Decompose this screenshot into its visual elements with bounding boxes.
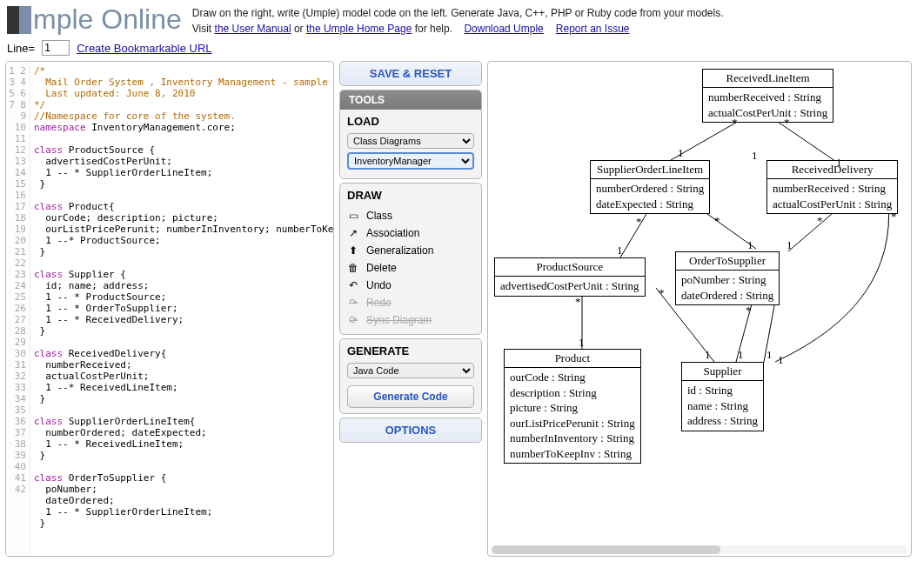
line-label: Line= [7, 42, 35, 55]
line-input[interactable] [42, 40, 70, 56]
link-bookmark[interactable]: Create Bookmarkable URL [77, 42, 211, 55]
svg-line-2 [620, 214, 646, 257]
tagline: Draw on the right, write (Umple) model c… [192, 3, 724, 37]
draw-title: DRAW [347, 189, 474, 202]
canvas-scrollbar[interactable] [492, 545, 907, 554]
options-button[interactable]: OPTIONS [339, 418, 482, 443]
tool-association[interactable]: ↗Association [347, 224, 474, 242]
select-diagram-type[interactable]: Class Diagrams [347, 133, 474, 149]
association-icon: ↗ [347, 227, 359, 239]
line-gutter: 1 2 3 4 5 6 7 8 9 10 11 12 13 14 15 16 1… [6, 62, 30, 556]
sync-icon: ⟳ [347, 314, 359, 326]
svg-line-4 [788, 214, 832, 251]
diagram-canvas[interactable]: ReceivedLineItem numberReceived : String… [487, 61, 912, 557]
select-language[interactable]: Java Code [347, 363, 474, 378]
tool-undo[interactable]: ↶Undo [347, 277, 474, 294]
code-area[interactable]: /* Mail Order System , Inventory Managem… [30, 62, 333, 556]
association-lines [488, 62, 911, 556]
tool-redo: ↷Redo [347, 294, 474, 311]
class-box[interactable]: Supplier id : Stringname : Stringaddress… [681, 362, 764, 431]
code-editor[interactable]: 1 2 3 4 5 6 7 8 9 10 11 12 13 14 15 16 1… [5, 61, 334, 557]
link-user-manual[interactable]: the User Manual [215, 23, 291, 35]
line-bar: Line= Create Bookmarkable URL [0, 37, 917, 61]
logo: mple Online [7, 3, 182, 36]
undo-icon: ↶ [347, 279, 359, 291]
tagline-line1: Draw on the right, write (Umple) model c… [192, 5, 724, 21]
generate-code-button[interactable]: Generate Code [347, 385, 474, 408]
class-box[interactable]: ProductSource advertisedCostPerUnit : St… [494, 257, 646, 297]
tools-panel: SAVE & RESET TOOLS LOAD Class Diagrams I… [339, 61, 482, 557]
generalization-icon: ⬆ [347, 244, 359, 257]
generate-title: GENERATE [347, 344, 474, 357]
link-download[interactable]: Download Umple [464, 23, 543, 35]
class-box[interactable]: ReceivedLineItem numberReceived : String… [702, 69, 833, 123]
delete-icon: 🗑 [347, 262, 359, 274]
save-reset-button[interactable]: SAVE & RESET [339, 61, 482, 86]
class-icon: ▭ [347, 210, 359, 222]
link-report-issue[interactable]: Report an Issue [556, 23, 630, 35]
class-box[interactable]: OrderToSupplier poNumber : StringdateOrd… [675, 251, 780, 305]
class-box[interactable]: SupplierOrderLineItem numberOrdered : St… [590, 160, 710, 214]
class-box[interactable]: Product ourCode : Stringdescription : St… [504, 349, 641, 464]
tool-generalization[interactable]: ⬆Generalization [347, 242, 474, 259]
tool-sync: ⟳Sync Diagram [347, 311, 474, 329]
tool-class[interactable]: ▭Class [347, 207, 474, 224]
class-box[interactable]: ReceivedDelivery numberReceived : String… [766, 160, 898, 214]
tool-delete[interactable]: 🗑Delete [347, 259, 474, 277]
load-title: LOAD [347, 115, 474, 128]
redo-icon: ↷ [347, 297, 359, 309]
header: mple Online Draw on the right, write (Um… [0, 0, 917, 37]
select-example[interactable]: InventoryManager [347, 152, 474, 170]
link-home-page[interactable]: the Umple Home Page [306, 23, 412, 35]
tools-header: TOOLS [340, 90, 481, 110]
brand-text: mple Online [33, 3, 182, 36]
